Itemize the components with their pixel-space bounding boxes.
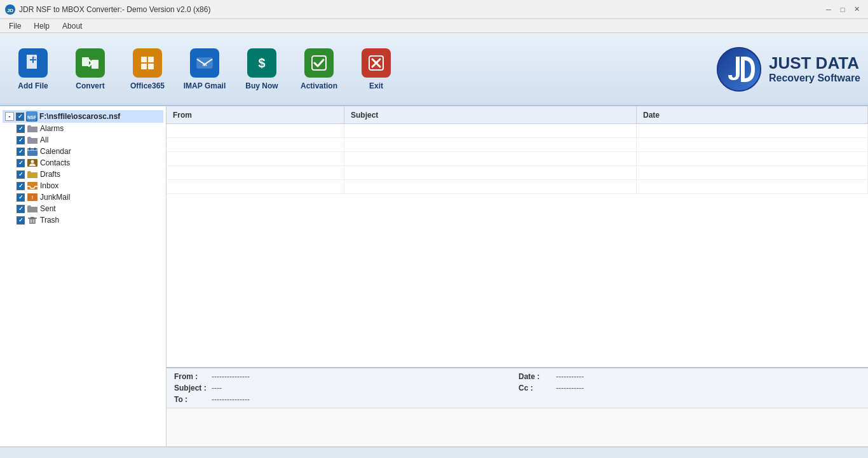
all-checkbox[interactable] [17, 136, 25, 144]
tree-expand-root[interactable]: - [5, 112, 14, 121]
inbox-checkbox[interactable] [17, 182, 25, 190]
svg-rect-31 [29, 218, 36, 224]
menu-about[interactable]: About [56, 20, 88, 32]
table-header: From Subject Date [166, 106, 868, 124]
calendar-checkbox[interactable] [17, 148, 25, 156]
cc-label: Cc : [519, 384, 553, 392]
subject-value: ---- [212, 384, 222, 392]
junkmail-icon: ! [27, 193, 38, 202]
toolbar: Add File Convert Office365 [0, 33, 868, 106]
buy-now-icon: $ [247, 48, 276, 78]
to-label: To : [174, 395, 209, 404]
svg-text:JD: JD [7, 8, 13, 13]
preview-cc-field: Cc : ----------- [519, 384, 860, 392]
td-date [637, 138, 868, 151]
email-preview: From : --------------- Date : ----------… [166, 367, 868, 447]
drafts-checkbox[interactable] [17, 170, 25, 179]
email-table-body[interactable] [166, 124, 868, 367]
svg-rect-9 [148, 57, 154, 62]
tree-item-inbox[interactable]: Inbox [14, 180, 163, 191]
date-value: ----------- [556, 372, 584, 381]
trash-checkbox[interactable] [17, 216, 25, 225]
title-bar-left: JD JDR NSF to MBOX Converter:- Demo Vers… [5, 4, 210, 15]
drafts-icon [27, 170, 38, 179]
svg-rect-33 [31, 217, 34, 218]
calendar-label: Calendar [40, 147, 71, 156]
tree-item-calendar[interactable]: Calendar [14, 146, 163, 157]
exit-button[interactable]: Exit [351, 39, 402, 99]
maximize-button[interactable]: □ [836, 3, 849, 16]
preview-from-field: From : --------------- [174, 372, 516, 381]
tree-item-junkmail[interactable]: ! JunkMail [14, 191, 163, 203]
inbox-label: Inbox [40, 181, 58, 190]
table-row[interactable] [166, 180, 868, 194]
buy-now-button[interactable]: $ Buy Now [236, 39, 287, 99]
from-label: From : [174, 372, 209, 381]
window-controls: ─ □ ✕ [822, 3, 863, 16]
root-file-label: F:\nsffile\oscarosc.nsf [39, 112, 120, 121]
exit-icon [362, 48, 391, 78]
td-date [637, 180, 868, 193]
nsf-file-icon: NSF [26, 111, 37, 121]
table-row[interactable] [166, 124, 868, 138]
tree-item-contacts[interactable]: Contacts [14, 157, 163, 169]
menu-file[interactable]: File [3, 20, 27, 32]
td-subject [344, 166, 637, 179]
subject-label: Subject : [174, 384, 209, 392]
preview-header: From : --------------- Date : ----------… [166, 368, 868, 408]
drafts-label: Drafts [40, 170, 60, 179]
table-row[interactable] [166, 166, 868, 180]
svg-rect-10 [141, 64, 147, 69]
svg-rect-11 [148, 64, 154, 69]
imap-gmail-icon: M [190, 48, 219, 78]
sent-label: Sent [40, 204, 56, 213]
tree-item-all[interactable]: All [14, 134, 163, 146]
junkmail-label: JunkMail [40, 193, 70, 202]
file-tree: - NSF F:\nsffile\oscarosc.nsf [0, 109, 166, 227]
inbox-icon [27, 181, 38, 190]
tree-item-drafts[interactable]: Drafts [14, 169, 163, 180]
svg-text:!: ! [32, 195, 33, 200]
td-subject [344, 180, 637, 193]
td-from [166, 166, 344, 179]
tree-root-row[interactable]: - NSF F:\nsffile\oscarosc.nsf [3, 110, 163, 123]
svg-rect-8 [141, 57, 147, 62]
alarms-checkbox[interactable] [17, 125, 25, 133]
convert-button[interactable]: Convert [65, 39, 116, 99]
logo-area: JUST DATA Recovery Software [717, 47, 860, 92]
sent-checkbox[interactable] [17, 205, 25, 213]
tree-item-alarms[interactable]: Alarms [14, 123, 163, 134]
preview-subject-field: Subject : ---- [174, 384, 516, 392]
logo-text-area: JUST DATA Recovery Software [769, 54, 860, 84]
add-file-button[interactable]: Add File [8, 39, 58, 99]
cc-value: ----------- [556, 384, 584, 392]
tree-root-checkbox[interactable] [16, 113, 24, 121]
td-date [637, 166, 868, 179]
company-subtitle: Recovery Software [769, 73, 860, 84]
tree-item-sent[interactable]: Sent [14, 203, 163, 214]
minimize-button[interactable]: ─ [822, 3, 835, 16]
close-button[interactable]: ✕ [850, 3, 863, 16]
td-from [166, 138, 344, 151]
date-label: Date : [519, 372, 553, 381]
right-panel: From Subject Date [166, 106, 868, 447]
svg-rect-7 [92, 60, 98, 69]
calendar-icon [27, 147, 38, 156]
svg-rect-6 [82, 57, 89, 66]
imap-gmail-button[interactable]: M IMAP Gmail [179, 39, 230, 99]
menu-help[interactable]: Help [27, 20, 56, 32]
activation-button[interactable]: Activation [294, 39, 344, 99]
title-bar: JD JDR NSF to MBOX Converter:- Demo Vers… [0, 0, 868, 19]
svg-text:M: M [203, 62, 207, 67]
to-value: --------------- [212, 395, 250, 404]
junkmail-checkbox[interactable] [17, 193, 25, 202]
contacts-checkbox[interactable] [17, 159, 25, 167]
tree-item-trash[interactable]: Trash [14, 214, 163, 226]
table-row[interactable] [166, 138, 868, 152]
td-subject [344, 152, 637, 165]
office365-button[interactable]: Office365 [122, 39, 173, 99]
add-file-icon [18, 48, 48, 78]
preview-date-field: Date : ----------- [519, 372, 860, 381]
convert-icon [76, 48, 105, 78]
table-row[interactable] [166, 152, 868, 166]
